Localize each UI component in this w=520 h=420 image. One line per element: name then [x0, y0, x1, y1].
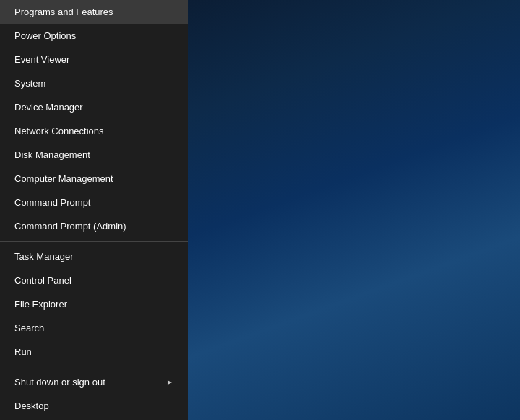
menu-item-label: Disk Management — [14, 149, 90, 160]
menu-item-label: Shut down or sign out — [14, 377, 105, 388]
divider-1 — [0, 241, 188, 242]
menu-item-disk-management[interactable]: Disk Management — [0, 143, 188, 167]
menu-item-label: Run — [14, 346, 32, 357]
menu-item-label: System — [14, 78, 46, 89]
divider-2 — [0, 367, 188, 367]
menu-item-power-options[interactable]: Power Options — [0, 24, 188, 48]
menu-item-shut-down-or-sign-out[interactable]: Shut down or sign out ► — [0, 370, 188, 394]
menu-item-system[interactable]: System — [0, 71, 188, 95]
menu-item-label: Desktop — [14, 401, 49, 411]
menu-item-label: Computer Management — [14, 173, 113, 184]
menu-item-label: Task Manager — [14, 251, 74, 262]
menu-item-programs-and-features[interactable]: Programs and Features — [0, 0, 188, 24]
menu-item-label: Search — [14, 323, 44, 333]
context-menu: Programs and Features Power Options Even… — [0, 0, 188, 420]
chevron-right-icon: ► — [166, 378, 173, 386]
desktop: Programs and Features Power Options Even… — [0, 0, 520, 420]
menu-item-label: Network Connections — [14, 126, 104, 136]
menu-item-control-panel[interactable]: Control Panel — [0, 268, 188, 292]
menu-item-network-connections[interactable]: Network Connections — [0, 119, 188, 143]
menu-item-label: Power Options — [14, 30, 76, 41]
menu-item-event-viewer[interactable]: Event Viewer — [0, 48, 188, 71]
menu-item-desktop[interactable]: Desktop — [0, 394, 188, 418]
menu-item-computer-management[interactable]: Computer Management — [0, 167, 188, 191]
menu-item-search[interactable]: Search — [0, 316, 188, 340]
menu-item-command-prompt-admin[interactable]: Command Prompt (Admin) — [0, 214, 188, 238]
menu-item-label: Device Manager — [14, 102, 83, 113]
menu-item-device-manager[interactable]: Device Manager — [0, 95, 188, 119]
menu-item-task-manager[interactable]: Task Manager — [0, 245, 188, 268]
menu-item-label: Command Prompt — [14, 197, 90, 208]
menu-item-label: File Explorer — [14, 299, 67, 310]
menu-item-file-explorer[interactable]: File Explorer — [0, 292, 188, 316]
menu-item-label: Control Panel — [14, 275, 72, 286]
menu-item-label: Event Viewer — [14, 54, 69, 65]
menu-item-label: Command Prompt (Admin) — [14, 221, 126, 232]
menu-item-run[interactable]: Run — [0, 340, 188, 364]
menu-item-label: Programs and Features — [14, 6, 113, 17]
menu-item-command-prompt[interactable]: Command Prompt — [0, 191, 188, 214]
